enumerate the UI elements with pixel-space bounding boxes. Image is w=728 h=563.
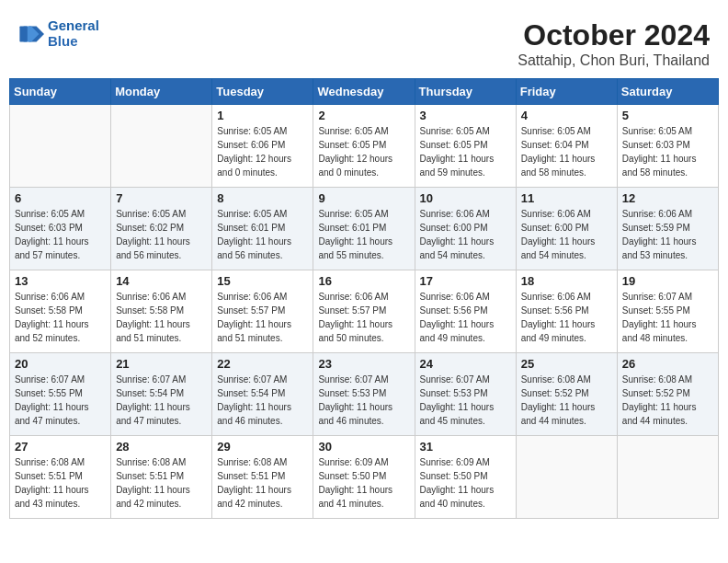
day-number: 3 (420, 109, 511, 122)
calendar-week-row: 27Sunrise: 6:08 AM Sunset: 5:51 PM Dayli… (10, 436, 719, 519)
day-number: 15 (217, 274, 308, 288)
weekday-header: Monday (111, 79, 212, 105)
day-info: Sunrise: 6:05 AM Sunset: 6:02 PM Dayligh… (116, 207, 207, 262)
day-info: Sunrise: 6:08 AM Sunset: 5:51 PM Dayligh… (15, 455, 106, 511)
day-info: Sunrise: 6:05 AM Sunset: 6:05 PM Dayligh… (420, 124, 511, 179)
weekday-header: Tuesday (212, 79, 313, 105)
day-info: Sunrise: 6:06 AM Sunset: 6:00 PM Dayligh… (420, 207, 511, 262)
day-info: Sunrise: 6:07 AM Sunset: 5:54 PM Dayligh… (116, 373, 207, 428)
logo-icon (18, 21, 44, 47)
calendar-cell: 21Sunrise: 6:07 AM Sunset: 5:54 PM Dayli… (111, 353, 212, 436)
calendar-cell: 9Sunrise: 6:05 AM Sunset: 6:01 PM Daylig… (313, 188, 415, 270)
calendar-cell: 25Sunrise: 6:08 AM Sunset: 5:52 PM Dayli… (516, 353, 617, 436)
day-info: Sunrise: 6:06 AM Sunset: 6:00 PM Dayligh… (521, 207, 612, 262)
day-number: 18 (521, 274, 612, 288)
calendar-cell: 12Sunrise: 6:06 AM Sunset: 5:59 PM Dayli… (617, 188, 718, 270)
day-number: 13 (15, 274, 106, 288)
day-info: Sunrise: 6:06 AM Sunset: 5:57 PM Dayligh… (318, 290, 409, 345)
weekday-header: Thursday (415, 79, 516, 105)
calendar-week-row: 13Sunrise: 6:06 AM Sunset: 5:58 PM Dayli… (10, 270, 719, 353)
day-info: Sunrise: 6:07 AM Sunset: 5:55 PM Dayligh… (622, 290, 713, 345)
calendar-cell: 19Sunrise: 6:07 AM Sunset: 5:55 PM Dayli… (617, 270, 718, 353)
calendar-cell: 6Sunrise: 6:05 AM Sunset: 6:03 PM Daylig… (10, 188, 111, 270)
calendar-cell: 10Sunrise: 6:06 AM Sunset: 6:00 PM Dayli… (415, 188, 516, 270)
day-info: Sunrise: 6:06 AM Sunset: 5:56 PM Dayligh… (420, 290, 511, 345)
day-info: Sunrise: 6:09 AM Sunset: 5:50 PM Dayligh… (420, 455, 511, 511)
day-number: 10 (420, 191, 511, 205)
calendar-header-row: SundayMondayTuesdayWednesdayThursdayFrid… (10, 79, 719, 105)
calendar-cell: 30Sunrise: 6:09 AM Sunset: 5:50 PM Dayli… (313, 436, 415, 519)
day-info: Sunrise: 6:07 AM Sunset: 5:53 PM Dayligh… (318, 373, 409, 428)
day-number: 19 (622, 274, 713, 288)
day-number: 16 (318, 274, 409, 288)
day-info: Sunrise: 6:07 AM Sunset: 5:54 PM Dayligh… (217, 373, 308, 428)
day-info: Sunrise: 6:06 AM Sunset: 5:56 PM Dayligh… (521, 290, 612, 345)
calendar-cell: 22Sunrise: 6:07 AM Sunset: 5:54 PM Dayli… (212, 353, 313, 436)
calendar-week-row: 20Sunrise: 6:07 AM Sunset: 5:55 PM Dayli… (10, 353, 719, 436)
day-info: Sunrise: 6:05 AM Sunset: 6:04 PM Dayligh… (521, 124, 612, 179)
weekday-header: Friday (516, 79, 617, 105)
weekday-header: Sunday (10, 79, 111, 105)
day-number: 7 (116, 191, 207, 205)
day-info: Sunrise: 6:08 AM Sunset: 5:51 PM Dayligh… (116, 455, 207, 511)
calendar-cell: 8Sunrise: 6:05 AM Sunset: 6:01 PM Daylig… (212, 188, 313, 270)
day-info: Sunrise: 6:06 AM Sunset: 5:58 PM Dayligh… (15, 290, 106, 345)
day-info: Sunrise: 6:08 AM Sunset: 5:52 PM Dayligh… (521, 373, 612, 428)
calendar-cell: 16Sunrise: 6:06 AM Sunset: 5:57 PM Dayli… (313, 270, 415, 353)
calendar-cell: 14Sunrise: 6:06 AM Sunset: 5:58 PM Dayli… (111, 270, 212, 353)
day-number: 24 (420, 357, 511, 371)
calendar-cell: 11Sunrise: 6:06 AM Sunset: 6:00 PM Dayli… (516, 188, 617, 270)
calendar-cell: 27Sunrise: 6:08 AM Sunset: 5:51 PM Dayli… (10, 436, 111, 519)
day-number: 20 (15, 357, 106, 371)
day-info: Sunrise: 6:06 AM Sunset: 5:59 PM Dayligh… (622, 207, 713, 262)
calendar-cell (10, 105, 111, 188)
day-info: Sunrise: 6:08 AM Sunset: 5:51 PM Dayligh… (217, 455, 308, 511)
day-info: Sunrise: 6:05 AM Sunset: 6:06 PM Dayligh… (217, 124, 308, 179)
calendar-week-row: 6Sunrise: 6:05 AM Sunset: 6:03 PM Daylig… (10, 188, 719, 270)
calendar-cell: 4Sunrise: 6:05 AM Sunset: 6:04 PM Daylig… (516, 105, 617, 188)
logo: General Blue (18, 18, 99, 49)
day-number: 12 (622, 191, 713, 205)
calendar-cell (516, 436, 617, 519)
day-info: Sunrise: 6:05 AM Sunset: 6:05 PM Dayligh… (318, 124, 409, 179)
day-info: Sunrise: 6:05 AM Sunset: 6:03 PM Dayligh… (622, 124, 713, 179)
calendar-cell: 5Sunrise: 6:05 AM Sunset: 6:03 PM Daylig… (617, 105, 718, 188)
calendar-cell: 3Sunrise: 6:05 AM Sunset: 6:05 PM Daylig… (415, 105, 516, 188)
day-number: 30 (318, 440, 409, 454)
calendar-cell: 24Sunrise: 6:07 AM Sunset: 5:53 PM Dayli… (415, 353, 516, 436)
calendar-cell: 26Sunrise: 6:08 AM Sunset: 5:52 PM Dayli… (617, 353, 718, 436)
page-subtitle: Sattahip, Chon Buri, Thailand (518, 52, 710, 69)
day-info: Sunrise: 6:05 AM Sunset: 6:01 PM Dayligh… (318, 207, 409, 262)
day-info: Sunrise: 6:08 AM Sunset: 5:52 PM Dayligh… (622, 373, 713, 428)
day-number: 27 (15, 440, 106, 454)
day-number: 22 (217, 357, 308, 371)
day-number: 28 (116, 440, 207, 454)
calendar-week-row: 1Sunrise: 6:05 AM Sunset: 6:06 PM Daylig… (10, 105, 719, 188)
day-info: Sunrise: 6:07 AM Sunset: 5:55 PM Dayligh… (15, 373, 106, 428)
day-number: 14 (116, 274, 207, 288)
page-title: October 2024 (518, 18, 710, 52)
day-number: 29 (217, 440, 308, 454)
title-block: October 2024 Sattahip, Chon Buri, Thaila… (518, 18, 710, 69)
day-number: 4 (521, 109, 612, 122)
day-info: Sunrise: 6:09 AM Sunset: 5:50 PM Dayligh… (318, 455, 409, 511)
day-number: 1 (217, 109, 308, 122)
day-number: 17 (420, 274, 511, 288)
day-number: 25 (521, 357, 612, 371)
page-header: General Blue October 2024 Sattahip, Chon… (9, 9, 719, 74)
day-info: Sunrise: 6:06 AM Sunset: 5:58 PM Dayligh… (116, 290, 207, 345)
calendar-cell: 29Sunrise: 6:08 AM Sunset: 5:51 PM Dayli… (212, 436, 313, 519)
day-number: 23 (318, 357, 409, 371)
day-number: 8 (217, 191, 308, 205)
weekday-header: Wednesday (313, 79, 415, 105)
day-info: Sunrise: 6:05 AM Sunset: 6:01 PM Dayligh… (217, 207, 308, 262)
calendar-cell: 17Sunrise: 6:06 AM Sunset: 5:56 PM Dayli… (415, 270, 516, 353)
day-number: 31 (420, 440, 511, 454)
calendar-cell: 31Sunrise: 6:09 AM Sunset: 5:50 PM Dayli… (415, 436, 516, 519)
day-number: 9 (318, 191, 409, 205)
calendar-cell: 23Sunrise: 6:07 AM Sunset: 5:53 PM Dayli… (313, 353, 415, 436)
calendar-cell (111, 105, 212, 188)
calendar-cell: 18Sunrise: 6:06 AM Sunset: 5:56 PM Dayli… (516, 270, 617, 353)
svg-rect-3 (19, 26, 27, 41)
day-info: Sunrise: 6:05 AM Sunset: 6:03 PM Dayligh… (15, 207, 106, 262)
